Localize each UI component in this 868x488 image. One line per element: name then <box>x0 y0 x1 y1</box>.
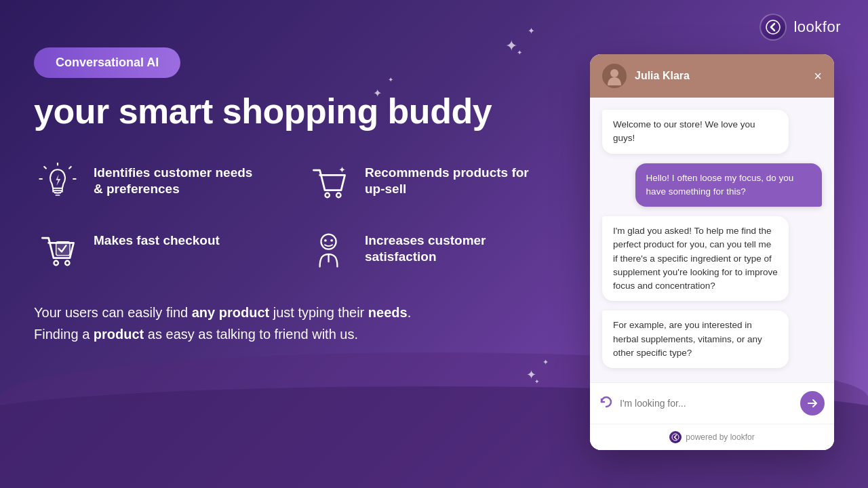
svg-line-3 <box>44 167 46 169</box>
svg-point-12 <box>54 261 58 265</box>
svg-point-18 <box>610 69 618 77</box>
feature-satisfaction: Increases customer satisfaction <box>305 227 536 274</box>
features-grid: Identifies customer needs & preferences … <box>34 159 536 274</box>
feature-checkout: Makes fast checkout <box>34 227 264 274</box>
logo-text: lookfor <box>793 18 841 36</box>
person-icon <box>305 227 353 274</box>
left-content: Conversational AI your smart shopping bu… <box>34 47 590 345</box>
bottom-text-1: Your users can easily find <box>34 305 192 320</box>
badge: Conversational AI <box>34 47 180 78</box>
chat-powered-area: powered by lookfor <box>590 424 834 450</box>
sparkle-2: ✦ <box>528 26 535 36</box>
bottom-text-3: . <box>408 305 412 320</box>
cart-icon: ✦ <box>305 159 353 207</box>
feature-identify: Identifies customer needs & preferences <box>34 159 264 207</box>
bottom-text-2: just typing their <box>269 305 368 320</box>
chat-close-button[interactable]: × <box>814 69 822 83</box>
chat-messages: Welcome to our store! We love you guys! … <box>590 98 834 382</box>
svg-point-17 <box>330 239 333 242</box>
headline: your smart shopping buddy <box>34 92 590 132</box>
svg-point-10 <box>336 193 340 197</box>
svg-point-19 <box>672 434 679 441</box>
svg-point-9 <box>325 193 329 197</box>
feature-recommend: ✦ Recommends products for up-sell <box>305 159 536 207</box>
chat-input-field[interactable] <box>620 398 793 409</box>
bottom-text-bold1: any product <box>192 305 269 320</box>
fast-checkout-icon <box>34 227 81 274</box>
message-4: For example, are you interested in herba… <box>602 310 789 368</box>
lookfor-icon <box>669 431 682 443</box>
message-3: I'm glad you asked! To help me find the … <box>602 216 789 301</box>
chat-widget: Julia Klara × Welcome to our store! We l… <box>590 54 834 450</box>
powered-by-text: powered by lookfor <box>686 432 754 442</box>
svg-point-13 <box>65 261 69 265</box>
chat-input-area <box>590 382 834 424</box>
bottom-text-bold2: needs <box>368 305 408 320</box>
chat-header: Julia Klara × <box>590 54 834 98</box>
svg-point-15 <box>321 234 336 249</box>
bottom-text: Your users can easily find any product j… <box>34 302 590 345</box>
message-1: Welcome to our store! We love you guys! <box>602 110 789 154</box>
svg-line-2 <box>69 167 71 169</box>
bottom-text-5: as easy as talking to friend with us. <box>144 327 358 342</box>
chat-avatar <box>602 64 627 88</box>
logo-icon <box>760 14 787 41</box>
svg-point-0 <box>766 20 780 34</box>
message-2: Hello! I often loose my focus, do you ha… <box>635 163 822 207</box>
bottom-text-bold3: product <box>94 327 144 342</box>
feature-checkout-text: Makes fast checkout <box>94 227 220 249</box>
logo-area: lookfor <box>760 14 841 41</box>
feature-identify-text: Identifies customer needs & preferences <box>94 159 264 198</box>
svg-point-16 <box>324 239 327 242</box>
chat-agent-name: Julia Klara <box>635 70 806 82</box>
bottom-text-4: Finding a <box>34 327 94 342</box>
svg-text:✦: ✦ <box>338 165 346 175</box>
feature-recommend-text: Recommends products for up-sell <box>365 159 536 198</box>
lightbulb-icon <box>34 159 81 207</box>
feature-satisfaction-text: Increases customer satisfaction <box>365 227 536 266</box>
chat-send-button[interactable] <box>800 391 825 415</box>
chat-refresh-button[interactable] <box>599 395 613 412</box>
